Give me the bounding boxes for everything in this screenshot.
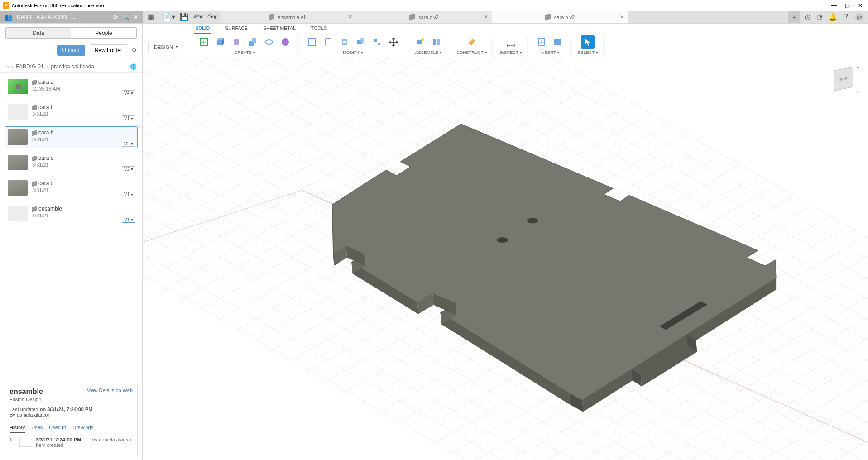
tab-uses[interactable]: Uses (31, 423, 43, 433)
box-button[interactable] (213, 35, 227, 49)
help-icon[interactable]: ？ (843, 12, 850, 22)
search-icon[interactable]: 🔍 (122, 14, 129, 20)
extensions-icon[interactable]: ◷ (805, 13, 811, 21)
context-tab-sheetmetal[interactable]: SHEET METAL (262, 24, 297, 34)
doc-tab-label: cara c v2 (418, 14, 439, 20)
avatar[interactable]: DA (855, 13, 863, 21)
revolve-button[interactable] (262, 35, 276, 49)
tab-usedin[interactable]: Used In (49, 423, 66, 433)
svg-rect-20 (433, 39, 436, 45)
sketch-button[interactable] (197, 35, 211, 49)
shell-button[interactable] (338, 35, 351, 49)
breadcrumb-level1[interactable]: FABDIG-01 (16, 63, 43, 70)
view-details-web-link[interactable]: View Details on Web (87, 388, 133, 393)
redo-icon[interactable]: ↷▾ (207, 13, 217, 21)
doc-tab-cara-c[interactable]: cara c v2 ✕ (356, 11, 492, 23)
svg-rect-3 (217, 40, 222, 45)
doc-tab-ensamble[interactable]: ensamble v1* ✕ (221, 11, 356, 23)
canvas[interactable]: z FRONT x (143, 57, 868, 460)
notifications-icon[interactable]: 🔔 (828, 13, 837, 21)
tab-close-icon[interactable]: ✕ (484, 14, 488, 20)
tab-history[interactable]: History (10, 423, 25, 433)
workspace: DESIGN▾ SOLID SURFACE SHEET METAL TOOLS (143, 24, 868, 460)
gear-icon[interactable]: ⚙ (132, 47, 137, 53)
save-icon[interactable]: 💾 (180, 13, 189, 21)
version-badge[interactable]: V2 ▾ (122, 141, 135, 147)
context-tab-surface[interactable]: SURFACE (224, 24, 249, 34)
form-button[interactable] (230, 35, 243, 49)
version-badge[interactable]: V1 ▾ (122, 115, 135, 121)
panel-close-icon[interactable]: ✕ (134, 14, 138, 20)
viewcube-face[interactable]: FRONT (834, 67, 853, 91)
file-item[interactable]: ensamble 3/31/21 V1 ▾ (5, 202, 138, 224)
file-item[interactable]: ▣ cara a 12:35:18 AM V4 ▾ (5, 76, 138, 97)
window-maximize-icon[interactable]: ▢ (845, 2, 850, 9)
group-dropdown-icon[interactable] (440, 50, 441, 55)
breadcrumb-level2[interactable]: practica calificada (51, 63, 94, 70)
new-folder-button[interactable]: New Folder (90, 44, 127, 56)
group-dropdown-icon[interactable] (253, 50, 255, 55)
combine-button[interactable] (354, 35, 368, 49)
file-item[interactable]: cara b 3/31/21 V1 ▾ (5, 101, 138, 123)
insert-decal-button[interactable] (551, 35, 565, 49)
user-name[interactable]: DANIELA ALARCON (17, 14, 67, 20)
align-button[interactable] (370, 35, 384, 49)
viewcube[interactable]: z FRONT x (830, 65, 857, 92)
file-thumbnail (8, 206, 28, 221)
file-name: cara b (32, 104, 53, 110)
version-badge[interactable]: V1 ▾ (122, 192, 135, 197)
group-dropdown-icon[interactable] (596, 50, 598, 55)
file-date: 3/31/21 (32, 187, 53, 193)
select-button[interactable] (581, 35, 595, 49)
undo-icon[interactable]: ↶▾ (193, 13, 203, 21)
version-badge[interactable]: V2 ▾ (122, 166, 135, 172)
new-tab-button[interactable]: ＋ (788, 11, 800, 23)
refresh-icon[interactable]: ⟳ (113, 14, 118, 20)
job-status-icon[interactable]: ◔ (816, 13, 823, 21)
version-badge[interactable]: V4 ▾ (122, 90, 135, 96)
group-label: INSPECT (500, 50, 518, 55)
group-dropdown-icon[interactable] (361, 50, 363, 55)
context-tab-solid[interactable]: SOLID (194, 24, 211, 34)
fillet-button[interactable] (321, 35, 335, 49)
tab-close-icon[interactable]: ✕ (348, 14, 352, 20)
new-component-button[interactable] (413, 35, 427, 49)
svg-rect-0 (200, 38, 207, 46)
extrude-button[interactable] (246, 35, 259, 49)
file-item[interactable]: cara d 3/31/21 V1 ▾ (5, 177, 138, 199)
workspace-selector[interactable]: DESIGN▾ (148, 41, 184, 53)
plane-button[interactable] (465, 35, 479, 49)
window-close-icon[interactable]: ✕ (858, 2, 863, 9)
move-button[interactable] (387, 35, 400, 49)
chevron-down-icon[interactable]: ⌄ (72, 14, 76, 20)
segment-data[interactable]: Data (6, 28, 71, 38)
version-badge[interactable]: V1 ▾ (122, 217, 135, 223)
doc-tab-cara-b[interactable]: cara b v2 ✕ (492, 11, 628, 23)
upload-button[interactable]: Upload (57, 45, 85, 56)
panel-segmented: Data People (5, 27, 137, 39)
svg-rect-13 (343, 41, 346, 43)
team-icon[interactable]: 👥 (5, 14, 12, 21)
context-tab-tools[interactable]: TOOLS (310, 24, 328, 34)
tab-close-icon[interactable]: ✕ (620, 14, 624, 20)
group-dropdown-icon[interactable] (520, 50, 522, 55)
group-dropdown-icon[interactable] (485, 50, 487, 55)
breadcrumb-home-icon[interactable]: ⌂ (5, 63, 9, 70)
presspull-button[interactable] (305, 35, 319, 49)
joint-button[interactable] (430, 35, 443, 49)
tab-drawings[interactable]: Drawings (72, 423, 93, 433)
segment-people[interactable]: People (71, 28, 136, 38)
window-minimize-icon[interactable]: — (831, 2, 837, 9)
model-3d[interactable] (302, 105, 795, 428)
group-dropdown-icon[interactable] (557, 50, 559, 55)
measure-button[interactable] (504, 35, 518, 49)
file-item[interactable]: cara c 3/31/21 V2 ▾ (5, 152, 138, 173)
file-menu-icon[interactable]: 📄▾ (163, 13, 175, 21)
grid-apps-icon[interactable]: ▦ (143, 11, 159, 23)
file-date: 12:35:18 AM (32, 86, 60, 91)
globe-icon[interactable]: 🌐 (130, 63, 137, 70)
group-label: MODIFY (343, 50, 360, 55)
file-item[interactable]: cara b 3/31/21 V2 ▾ (5, 126, 138, 148)
loft-button[interactable] (278, 35, 292, 49)
insert-derive-button[interactable] (535, 35, 548, 49)
